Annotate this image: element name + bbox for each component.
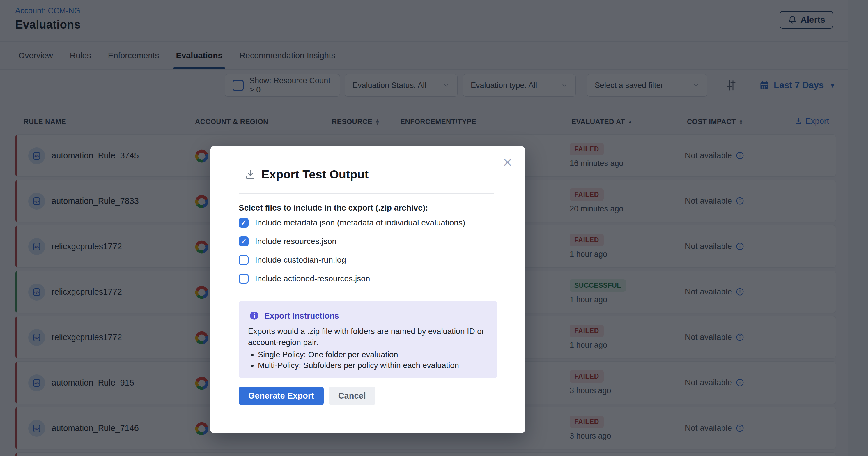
export-file-options: ✓ Include metadata.json (metadata of ind… (239, 218, 465, 284)
checkbox-icon[interactable]: ✓ (239, 255, 249, 265)
checkbox-label: Include actioned-resources.json (255, 274, 370, 283)
instructions-body: Exports would a .zip file with folders a… (248, 326, 484, 348)
instruction-bullet: Single Policy: One folder per evaluation (258, 349, 459, 360)
checkbox-label: Include resources.json (255, 237, 337, 246)
close-icon[interactable]: ✕ (502, 157, 513, 169)
export-file-checkbox[interactable]: ✓ Include actioned-resources.json (239, 274, 465, 284)
export-modal: ✕ Export Test Output Select files to inc… (210, 146, 525, 433)
info-bubble-icon (249, 311, 260, 321)
instruction-bullet: Multi-Policy: Subfolders per policy with… (258, 360, 459, 371)
export-file-checkbox[interactable]: ✓ Include resources.json (239, 237, 465, 246)
instructions-heading: Export Instructions (264, 311, 339, 321)
export-instructions-box: Export Instructions Exports would a .zip… (239, 301, 497, 378)
modal-title: Export Test Output (261, 168, 369, 181)
checkbox-icon[interactable]: ✓ (239, 237, 249, 246)
checkbox-label: Include custodian-run.log (255, 255, 346, 265)
download-icon (245, 169, 256, 181)
select-files-label: Select files to include in the export (.… (239, 203, 428, 213)
modal-divider (239, 193, 494, 194)
instructions-bullets: Single Policy: One folder per evaluation… (250, 349, 459, 371)
generate-export-button[interactable]: Generate Export (239, 387, 324, 405)
cancel-button[interactable]: Cancel (329, 387, 375, 405)
checkbox-icon[interactable]: ✓ (239, 218, 249, 228)
checkbox-label: Include metadata.json (metadata of indiv… (255, 218, 465, 227)
checkbox-icon[interactable]: ✓ (239, 274, 249, 284)
export-file-checkbox[interactable]: ✓ Include metadata.json (metadata of ind… (239, 218, 465, 228)
export-file-checkbox[interactable]: ✓ Include custodian-run.log (239, 255, 465, 265)
